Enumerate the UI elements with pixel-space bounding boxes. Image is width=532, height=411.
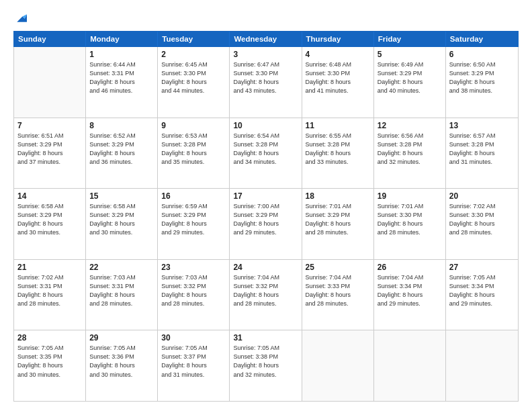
cell-info: Sunrise: 7:05 AMSunset: 3:37 PMDaylight:… bbox=[161, 344, 226, 379]
cell-info: Sunrise: 6:54 AMSunset: 3:28 PMDaylight:… bbox=[233, 132, 298, 167]
day-number: 3 bbox=[233, 50, 298, 59]
cell-info: Sunrise: 6:49 AMSunset: 3:29 PMDaylight:… bbox=[378, 60, 442, 95]
cal-cell: 28Sunrise: 7:05 AMSunset: 3:35 PMDayligh… bbox=[14, 330, 86, 401]
week-row-0: 1Sunrise: 6:44 AMSunset: 3:31 PMDaylight… bbox=[14, 47, 518, 118]
cell-info: Sunrise: 7:04 AMSunset: 3:33 PMDaylight:… bbox=[306, 273, 370, 308]
header-day-sunday: Sunday bbox=[14, 32, 86, 46]
cell-info: Sunrise: 7:03 AMSunset: 3:31 PMDaylight:… bbox=[89, 273, 154, 308]
day-number: 4 bbox=[306, 50, 370, 59]
cell-info: Sunrise: 7:03 AMSunset: 3:32 PMDaylight:… bbox=[161, 273, 226, 308]
cell-info: Sunrise: 7:04 AMSunset: 3:32 PMDaylight:… bbox=[233, 273, 298, 308]
day-number: 31 bbox=[233, 333, 298, 342]
cal-cell: 4Sunrise: 6:48 AMSunset: 3:30 PMDaylight… bbox=[302, 47, 374, 118]
cal-cell bbox=[14, 47, 86, 118]
cal-cell: 31Sunrise: 7:05 AMSunset: 3:38 PMDayligh… bbox=[230, 330, 302, 401]
day-number: 8 bbox=[89, 121, 154, 130]
cal-cell: 13Sunrise: 6:57 AMSunset: 3:28 PMDayligh… bbox=[446, 118, 518, 189]
day-number: 5 bbox=[378, 50, 442, 59]
day-number: 26 bbox=[378, 263, 442, 272]
week-row-2: 14Sunrise: 6:58 AMSunset: 3:29 PMDayligh… bbox=[14, 189, 518, 260]
cal-cell: 30Sunrise: 7:05 AMSunset: 3:37 PMDayligh… bbox=[158, 330, 230, 401]
day-number: 14 bbox=[17, 191, 82, 201]
cell-info: Sunrise: 6:47 AMSunset: 3:30 PMDaylight:… bbox=[233, 60, 298, 95]
day-number: 15 bbox=[89, 191, 154, 201]
cell-info: Sunrise: 6:59 AMSunset: 3:29 PMDaylight:… bbox=[161, 202, 226, 237]
cal-cell: 2Sunrise: 6:45 AMSunset: 3:30 PMDaylight… bbox=[158, 47, 230, 118]
header-day-saturday: Saturday bbox=[446, 32, 518, 46]
cal-cell bbox=[446, 330, 518, 401]
day-number: 10 bbox=[233, 121, 298, 130]
day-number: 7 bbox=[17, 121, 82, 130]
day-number: 18 bbox=[306, 191, 370, 201]
cal-cell: 10Sunrise: 6:54 AMSunset: 3:28 PMDayligh… bbox=[230, 118, 302, 189]
cal-cell: 24Sunrise: 7:04 AMSunset: 3:32 PMDayligh… bbox=[230, 260, 302, 330]
cal-cell: 29Sunrise: 7:05 AMSunset: 3:36 PMDayligh… bbox=[86, 330, 158, 401]
week-row-3: 21Sunrise: 7:02 AMSunset: 3:31 PMDayligh… bbox=[14, 260, 518, 331]
cell-info: Sunrise: 6:51 AMSunset: 3:29 PMDaylight:… bbox=[17, 132, 82, 167]
day-number: 23 bbox=[161, 263, 226, 272]
cal-cell: 20Sunrise: 7:02 AMSunset: 3:30 PMDayligh… bbox=[446, 189, 518, 259]
header-day-friday: Friday bbox=[374, 32, 446, 46]
cal-cell: 7Sunrise: 6:51 AMSunset: 3:29 PMDaylight… bbox=[14, 118, 86, 189]
logo bbox=[13, 12, 27, 24]
cell-info: Sunrise: 7:00 AMSunset: 3:29 PMDaylight:… bbox=[233, 202, 298, 237]
cal-cell: 23Sunrise: 7:03 AMSunset: 3:32 PMDayligh… bbox=[158, 260, 230, 330]
cell-info: Sunrise: 6:50 AMSunset: 3:29 PMDaylight:… bbox=[449, 60, 515, 95]
calendar-header-row: SundayMondayTuesdayWednesdayThursdayFrid… bbox=[13, 31, 519, 47]
cal-cell: 11Sunrise: 6:55 AMSunset: 3:28 PMDayligh… bbox=[302, 118, 374, 189]
cal-cell: 27Sunrise: 7:05 AMSunset: 3:34 PMDayligh… bbox=[446, 260, 518, 330]
calendar-body: 1Sunrise: 6:44 AMSunset: 3:31 PMDaylight… bbox=[13, 47, 519, 402]
cell-info: Sunrise: 7:05 AMSunset: 3:36 PMDaylight:… bbox=[89, 344, 154, 379]
cell-info: Sunrise: 6:45 AMSunset: 3:30 PMDaylight:… bbox=[161, 60, 226, 95]
cell-info: Sunrise: 6:48 AMSunset: 3:30 PMDaylight:… bbox=[306, 60, 370, 95]
cal-cell: 22Sunrise: 7:03 AMSunset: 3:31 PMDayligh… bbox=[86, 260, 158, 330]
day-number: 21 bbox=[17, 263, 82, 272]
day-number: 12 bbox=[378, 121, 442, 130]
day-number: 20 bbox=[449, 191, 515, 201]
day-number: 24 bbox=[233, 263, 298, 272]
day-number: 6 bbox=[449, 50, 515, 59]
cell-info: Sunrise: 7:05 AMSunset: 3:35 PMDaylight:… bbox=[17, 344, 82, 379]
cell-info: Sunrise: 6:58 AMSunset: 3:29 PMDaylight:… bbox=[89, 202, 154, 237]
cal-cell bbox=[302, 330, 374, 401]
day-number: 30 bbox=[161, 333, 226, 342]
day-number: 1 bbox=[89, 50, 154, 59]
cell-info: Sunrise: 7:04 AMSunset: 3:34 PMDaylight:… bbox=[378, 273, 442, 308]
cal-cell: 1Sunrise: 6:44 AMSunset: 3:31 PMDaylight… bbox=[86, 47, 158, 118]
day-number: 29 bbox=[89, 333, 154, 342]
day-number: 2 bbox=[161, 50, 226, 59]
cal-cell: 21Sunrise: 7:02 AMSunset: 3:31 PMDayligh… bbox=[14, 260, 86, 330]
header bbox=[13, 12, 519, 24]
cal-cell bbox=[374, 330, 446, 401]
header-day-thursday: Thursday bbox=[302, 32, 374, 46]
cal-cell: 8Sunrise: 6:52 AMSunset: 3:29 PMDaylight… bbox=[86, 118, 158, 189]
day-number: 13 bbox=[449, 121, 515, 130]
cell-info: Sunrise: 6:57 AMSunset: 3:28 PMDaylight:… bbox=[449, 132, 515, 167]
cal-cell: 5Sunrise: 6:49 AMSunset: 3:29 PMDaylight… bbox=[374, 47, 446, 118]
cell-info: Sunrise: 7:01 AMSunset: 3:29 PMDaylight:… bbox=[306, 202, 370, 237]
cell-info: Sunrise: 7:01 AMSunset: 3:30 PMDaylight:… bbox=[378, 202, 442, 237]
day-number: 17 bbox=[233, 191, 298, 201]
cell-info: Sunrise: 6:56 AMSunset: 3:28 PMDaylight:… bbox=[378, 132, 442, 167]
cal-cell: 9Sunrise: 6:53 AMSunset: 3:28 PMDaylight… bbox=[158, 118, 230, 189]
day-number: 27 bbox=[449, 263, 515, 272]
cell-info: Sunrise: 7:02 AMSunset: 3:31 PMDaylight:… bbox=[17, 273, 82, 308]
day-number: 28 bbox=[17, 333, 82, 342]
cal-cell: 15Sunrise: 6:58 AMSunset: 3:29 PMDayligh… bbox=[86, 189, 158, 259]
cell-info: Sunrise: 7:02 AMSunset: 3:30 PMDaylight:… bbox=[449, 202, 515, 237]
logo-icon bbox=[15, 12, 27, 24]
day-number: 22 bbox=[89, 263, 154, 272]
day-number: 16 bbox=[161, 191, 226, 201]
header-day-wednesday: Wednesday bbox=[230, 32, 302, 46]
week-row-4: 28Sunrise: 7:05 AMSunset: 3:35 PMDayligh… bbox=[14, 330, 518, 401]
cal-cell: 18Sunrise: 7:01 AMSunset: 3:29 PMDayligh… bbox=[302, 189, 374, 259]
cell-info: Sunrise: 6:53 AMSunset: 3:28 PMDaylight:… bbox=[161, 132, 226, 167]
header-day-tuesday: Tuesday bbox=[158, 32, 230, 46]
day-number: 9 bbox=[161, 121, 226, 130]
header-day-monday: Monday bbox=[86, 32, 158, 46]
cal-cell: 6Sunrise: 6:50 AMSunset: 3:29 PMDaylight… bbox=[446, 47, 518, 118]
cal-cell: 3Sunrise: 6:47 AMSunset: 3:30 PMDaylight… bbox=[230, 47, 302, 118]
cell-info: Sunrise: 6:55 AMSunset: 3:28 PMDaylight:… bbox=[306, 132, 370, 167]
day-number: 19 bbox=[378, 191, 442, 201]
cal-cell: 26Sunrise: 7:04 AMSunset: 3:34 PMDayligh… bbox=[374, 260, 446, 330]
